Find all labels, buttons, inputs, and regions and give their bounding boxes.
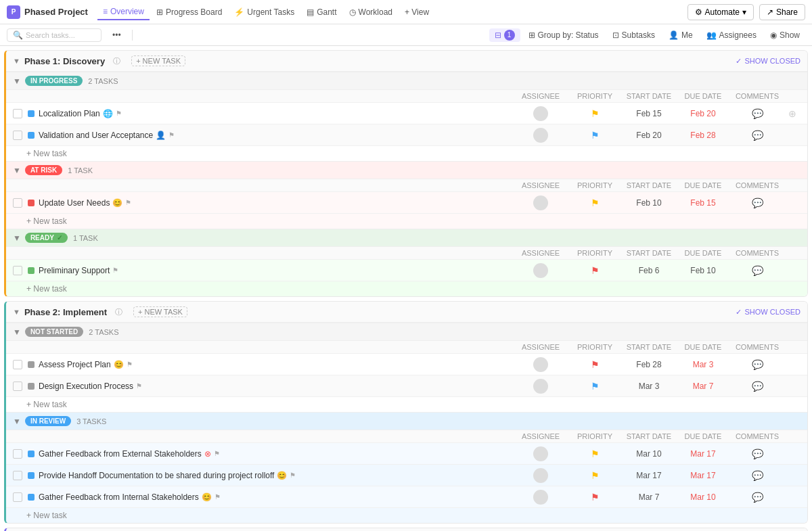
table-row: Validation and User Acceptance 👤 ⚑ ⚑ Feb… xyxy=(6,124,807,146)
task-name: Design Execution Process ⚑ xyxy=(39,382,514,391)
task-checkbox[interactable] xyxy=(13,131,22,140)
task-checkbox[interactable] xyxy=(13,382,22,391)
task-color-dot xyxy=(28,451,35,457)
task-comments: 💬 xyxy=(730,381,784,392)
phase-1-ready-header: ▼ READY ✓ 1 TASK xyxy=(6,229,807,247)
comment-icon: 💬 xyxy=(752,265,763,276)
phase-2-toggle[interactable]: ▼ xyxy=(13,308,20,316)
tab-workload[interactable]: ◷ Workload xyxy=(344,5,398,20)
avatar xyxy=(533,379,548,394)
task-checkbox[interactable] xyxy=(13,449,22,459)
phase-1-toggle[interactable]: ▼ xyxy=(13,57,20,65)
comment-icon: 💬 xyxy=(752,198,763,208)
app-icon: P xyxy=(7,5,20,19)
phase-1-info-icon: ⓘ xyxy=(113,56,120,66)
task-priority: ⚑ xyxy=(568,108,622,119)
task-name: Update User Needs 😊 ⚑ xyxy=(39,198,514,208)
add-new-task-ready[interactable]: + New task xyxy=(6,281,807,296)
add-new-task-in-review[interactable]: + New task xyxy=(6,508,807,523)
task-color-dot xyxy=(28,110,35,117)
task-due-date: Feb 15 xyxy=(676,198,730,208)
me-icon: 👤 xyxy=(669,30,679,40)
phase-1-header: ▼ Phase 1: Discovery ⓘ + NEW TASK ✓ SHOW… xyxy=(6,51,807,72)
filter-button[interactable]: ⊟ 1 xyxy=(489,28,520,42)
task-priority: ⚑ xyxy=(568,470,622,481)
top-bar: P Phased Project ≡ Overview ⊞ Progress B… xyxy=(0,0,812,24)
task-comments: 💬 xyxy=(730,265,784,276)
table-row: Update User Needs 😊 ⚑ ⚑ Feb 10 Feb 15 💬 xyxy=(6,192,807,214)
group-by-button[interactable]: ⊞ Group by: Status xyxy=(523,29,604,41)
phase-2-show-closed[interactable]: ✓ SHOW CLOSED xyxy=(736,308,800,317)
task-color-dot xyxy=(28,200,35,206)
assignees-button[interactable]: 👥 Assignees xyxy=(701,29,762,41)
task-flag-icon: ⚑ xyxy=(125,199,131,206)
ready-toggle[interactable]: ▼ xyxy=(13,233,21,243)
warning-icon: ⊗ xyxy=(204,449,211,459)
phase-1-new-task[interactable]: + NEW TASK xyxy=(131,55,185,66)
assignees-icon: 👥 xyxy=(706,30,717,40)
task-name: Localization Plan 🌐 ⚑ xyxy=(39,109,514,118)
add-new-task-not-started[interactable]: + New task xyxy=(6,397,807,412)
tab-urgent-tasks[interactable]: ⚡ Urgent Tasks xyxy=(229,5,300,20)
phase-2-header: ▼ Phase 2: Implement ⓘ + NEW TASK ✓ SHOW… xyxy=(6,302,807,323)
task-due-date: Mar 3 xyxy=(676,360,730,369)
task-assignee xyxy=(514,128,568,143)
phase-2-not-started-col-headers: ASSIGNEE PRIORITY START DATE DUE DATE CO… xyxy=(6,341,807,354)
task-flag-icon: ⚑ xyxy=(136,382,142,390)
search-box[interactable]: 🔍 Search tasks... xyxy=(7,28,102,42)
add-new-task-in-progress[interactable]: + New task xyxy=(6,146,807,161)
more-options-button[interactable]: ••• xyxy=(107,29,127,41)
at-risk-toggle[interactable]: ▼ xyxy=(13,166,21,175)
add-column-icon[interactable]: ⊕ xyxy=(788,108,796,119)
add-new-task-at-risk[interactable]: + New task xyxy=(6,214,807,229)
tab-progress-board[interactable]: ⊞ Progress Board xyxy=(151,5,227,20)
me-button[interactable]: 👤 Me xyxy=(663,29,698,41)
automate-button[interactable]: ⚙ Automate ▾ xyxy=(687,4,754,20)
task-checkbox[interactable] xyxy=(13,109,22,118)
task-comments: 💬 xyxy=(730,470,784,481)
in-progress-toggle[interactable]: ▼ xyxy=(13,76,21,86)
phase-1-in-progress-header: ▼ IN PROGRESS 2 TASKS xyxy=(6,72,807,90)
table-row: Design Execution Process ⚑ ⚑ Mar 3 Mar 7… xyxy=(6,375,807,397)
task-checkbox[interactable] xyxy=(13,360,22,369)
phase-2-info-icon: ⓘ xyxy=(115,307,122,317)
show-button[interactable]: ◉ Show xyxy=(765,29,805,41)
task-flag-icon: ⚑ xyxy=(112,267,118,274)
task-assignee xyxy=(514,490,568,505)
share-button[interactable]: ↗ Share xyxy=(759,4,805,20)
task-flag-icon: ⚑ xyxy=(290,471,296,479)
task-start-date: Feb 20 xyxy=(622,131,676,140)
task-checkbox[interactable] xyxy=(13,266,22,275)
search-icon: 🔍 xyxy=(13,30,23,40)
table-row: Assess Project Plan 😊 ⚑ ⚑ Feb 28 Mar 3 💬 xyxy=(6,354,807,375)
phase-2-in-review-group: ▼ IN REVIEW 3 TASKS ASSIGNEE PRIORITY ST… xyxy=(6,412,807,523)
not-started-toggle[interactable]: ▼ xyxy=(13,327,21,337)
group-by-icon: ⊞ xyxy=(528,30,535,40)
task-checkbox[interactable] xyxy=(13,492,22,502)
phase-2-in-review-header: ▼ IN REVIEW 3 TASKS xyxy=(6,412,807,430)
task-checkbox[interactable] xyxy=(13,198,22,208)
priority-flag-icon: ⚑ xyxy=(591,198,600,208)
task-checkbox[interactable] xyxy=(13,471,22,480)
subtasks-button[interactable]: ⊡ Subtasks xyxy=(607,29,660,41)
task-color-dot xyxy=(28,267,35,274)
tab-add-view[interactable]: + View xyxy=(399,5,434,20)
avatar xyxy=(533,106,548,121)
task-due-date: Feb 10 xyxy=(676,266,730,275)
priority-flag-icon: ⚑ xyxy=(591,381,600,392)
table-row: Localization Plan 🌐 ⚑ ⚑ Feb 15 Feb 20 💬 … xyxy=(6,103,807,124)
tab-overview[interactable]: ≡ Overview xyxy=(97,4,150,20)
phase-2-new-task[interactable]: + NEW TASK xyxy=(133,306,187,317)
phase-2-in-review-col-headers: ASSIGNEE PRIORITY START DATE DUE DATE CO… xyxy=(6,430,807,443)
phase-1-at-risk-header: ▼ AT RISK 1 TASK xyxy=(6,161,807,179)
project-title: Phased Project xyxy=(24,7,88,17)
phase-2-not-started-group: ▼ NOT STARTED 2 TASKS ASSIGNEE PRIORITY … xyxy=(6,323,807,412)
phase-3-header: ▼ Phase 3: Launch ⓘ + NEW TASK ✓ SHOW CL… xyxy=(6,528,807,531)
priority-flag-icon: ⚑ xyxy=(591,108,600,119)
in-review-toggle[interactable]: ▼ xyxy=(13,417,21,426)
comment-icon: 💬 xyxy=(752,448,763,459)
phase-1-show-closed[interactable]: ✓ SHOW CLOSED xyxy=(736,57,800,66)
tab-gantt[interactable]: ▤ Gantt xyxy=(301,5,342,20)
task-priority: ⚑ xyxy=(568,198,622,208)
priority-flag-icon: ⚑ xyxy=(591,470,600,481)
